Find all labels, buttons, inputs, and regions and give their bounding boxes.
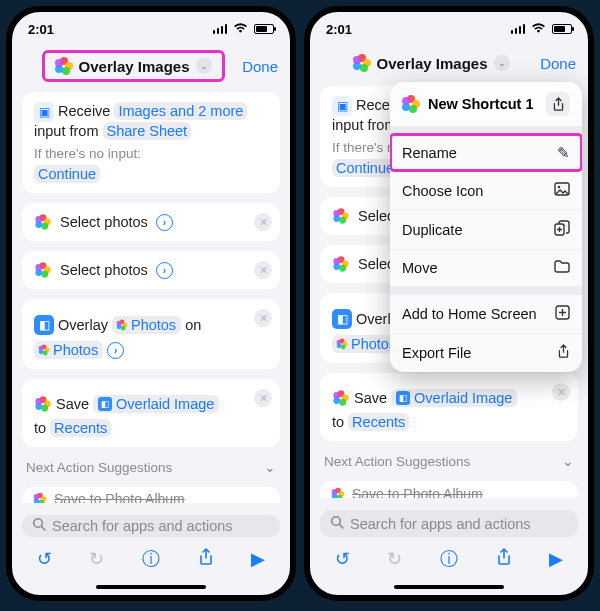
overlay-source[interactable]: Photos: [112, 316, 181, 334]
share-sheet-link[interactable]: Share Sheet: [103, 122, 192, 140]
next-action-suggestions[interactable]: Next Action Suggestions ⌄: [22, 457, 280, 477]
redo-button: ↻: [89, 548, 104, 570]
title-options-popover: New Shortcut 1 Rename ✎ Choose Icon Dupl…: [390, 82, 582, 372]
input-types-link[interactable]: Images and 2 more: [114, 102, 247, 120]
remove-step-button[interactable]: ✕: [254, 213, 272, 231]
phone-left: 2:01 Overlay Images ⌄ Done ▣ Receive Ima…: [6, 6, 296, 601]
photos-app-icon: [337, 339, 348, 350]
input-icon: ▣: [34, 102, 54, 122]
search-icon: [330, 515, 344, 532]
photos-app-icon: [332, 487, 345, 498]
overlay-icon: ◧: [332, 309, 352, 329]
next-action-suggestions[interactable]: Next Action Suggestions ⌄: [320, 451, 578, 471]
chevron-down-icon: ⌄: [196, 58, 212, 74]
word-to: to: [34, 420, 46, 436]
menu-rename[interactable]: Rename ✎: [390, 134, 582, 171]
undo-button[interactable]: ↺: [37, 548, 52, 570]
shortcut-title-button[interactable]: Overlay Images ⌄: [343, 50, 520, 76]
search-field[interactable]: Search for apps and actions: [22, 515, 280, 537]
overlay-result-icon: ◧: [396, 391, 410, 405]
clock: 2:01: [326, 22, 352, 37]
save-step[interactable]: ✕ Save ◧ Overlaid Image to Recents: [320, 373, 578, 441]
shortcut-title-button[interactable]: Overlay Images ⌄: [42, 50, 225, 82]
battery-icon: [552, 24, 572, 34]
editor-content: ▣ Receive Images and 2 more input from S…: [12, 92, 290, 537]
disclosure-icon[interactable]: ›: [107, 342, 124, 359]
menu-move[interactable]: Move: [390, 249, 582, 286]
wifi-icon: [233, 22, 248, 37]
photos-app-icon: [333, 390, 348, 405]
remove-step-button[interactable]: ✕: [254, 389, 272, 407]
chevron-down-icon: ⌄: [562, 453, 574, 469]
search-placeholder: Search for apps and actions: [52, 518, 233, 534]
bottom-toolbar: ↺ ↻ ⓘ ▶: [310, 537, 588, 581]
popover-title: New Shortcut 1: [428, 96, 534, 112]
run-button[interactable]: ▶: [549, 548, 563, 570]
continue-option[interactable]: Continue: [332, 159, 398, 177]
word-input-from: input from: [34, 123, 98, 139]
photos-app-icon: [34, 493, 47, 503]
photos-app-icon: [333, 208, 348, 223]
photos-app-icon: [39, 345, 50, 356]
done-button[interactable]: Done: [540, 55, 576, 72]
save-album[interactable]: Recents: [50, 419, 111, 437]
receive-input-card[interactable]: ▣ Receive Images and 2 more input from S…: [22, 92, 280, 193]
overlay-icon: ◧: [34, 315, 54, 335]
menu-choose-icon[interactable]: Choose Icon: [390, 171, 582, 209]
photos-app-icon: [117, 320, 128, 331]
undo-button[interactable]: ↺: [335, 548, 350, 570]
separator: [390, 286, 582, 294]
redo-button: ↻: [387, 548, 402, 570]
save-step[interactable]: ✕ Save ◧ Overlaid Image to Recents: [22, 379, 280, 447]
step-label: Select photos: [60, 214, 148, 230]
disclosure-icon[interactable]: ›: [156, 262, 173, 279]
save-label: Save: [354, 390, 387, 406]
overlay-target[interactable]: Photos: [34, 341, 103, 359]
step-label: Select photos: [60, 262, 148, 278]
save-album[interactable]: Recents: [348, 413, 409, 431]
continue-option[interactable]: Continue: [34, 165, 100, 183]
svg-point-5: [558, 186, 561, 189]
home-indicator: [96, 585, 206, 589]
overlay-label: Overlay: [58, 317, 108, 333]
remove-step-button[interactable]: ✕: [552, 383, 570, 401]
word-to: to: [332, 414, 344, 430]
separator: [390, 126, 582, 134]
shortcuts-app-icon: [402, 95, 420, 113]
menu-add-homescreen[interactable]: Add to Home Screen: [390, 294, 582, 333]
save-source[interactable]: ◧ Overlaid Image: [93, 395, 219, 413]
cellular-icon: [213, 24, 227, 34]
popover-header: New Shortcut 1: [390, 82, 582, 126]
phone-right: 2:01 Overlay Images ⌄ Done ▣ Receive Ima…: [304, 6, 594, 601]
word-receive: Receive: [58, 103, 110, 119]
save-label: Save: [56, 396, 89, 412]
search-field[interactable]: Search for apps and actions: [320, 510, 578, 537]
run-button[interactable]: ▶: [251, 548, 265, 570]
done-button[interactable]: Done: [242, 58, 278, 75]
title-bar: Overlay Images ⌄ Done: [310, 46, 588, 86]
popover-share-button[interactable]: [546, 92, 570, 116]
share-button[interactable]: [198, 548, 214, 571]
info-button[interactable]: ⓘ: [142, 547, 160, 571]
remove-step-button[interactable]: ✕: [254, 309, 272, 327]
overlay-step[interactable]: ✕ ◧ Overlay Photos on Photos ›: [22, 299, 280, 369]
menu-export-file[interactable]: Export File: [390, 333, 582, 372]
select-photos-step-2[interactable]: Select photos › ✕: [22, 251, 280, 289]
shortcuts-app-icon: [353, 54, 371, 72]
photos-app-icon: [35, 396, 50, 411]
disclosure-icon[interactable]: ›: [156, 214, 173, 231]
info-button[interactable]: ⓘ: [440, 547, 458, 571]
suggestion-cut[interactable]: Save to Photo Album: [320, 481, 578, 498]
search-placeholder: Search for apps and actions: [350, 516, 531, 532]
select-photos-step-1[interactable]: Select photos › ✕: [22, 203, 280, 241]
shortcut-title: Overlay Images: [377, 55, 488, 72]
svg-line-1: [41, 527, 45, 531]
share-button[interactable]: [496, 548, 512, 571]
svg-line-3: [339, 525, 343, 529]
overlay-result-icon: ◧: [98, 397, 112, 411]
menu-duplicate[interactable]: Duplicate: [390, 209, 582, 249]
suggestion-cut[interactable]: Save to Photo Album: [22, 487, 280, 503]
photos-app-icon: [35, 214, 50, 229]
remove-step-button[interactable]: ✕: [254, 261, 272, 279]
save-source[interactable]: ◧ Overlaid Image: [391, 389, 517, 407]
